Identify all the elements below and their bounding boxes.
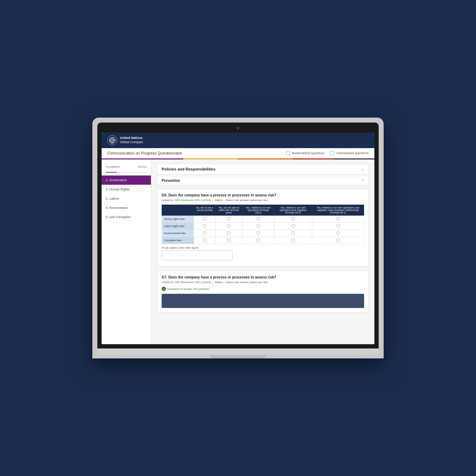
cell-er-3[interactable] bbox=[242, 230, 274, 237]
sidebar-item-human-rights[interactable]: 2. Human Rights bbox=[102, 185, 151, 194]
main-layout: Completed 30/110 1. Governance 2. Human … bbox=[102, 159, 374, 344]
sidebar-item-environment-label: 4. Environment bbox=[106, 206, 128, 210]
cell-hr-1[interactable] bbox=[194, 216, 216, 223]
radio-er-3[interactable] bbox=[256, 231, 260, 235]
sidebar-item-environment[interactable]: 4. Environment bbox=[102, 203, 151, 212]
screen-bezel: United Nations Global Compact Communicat… bbox=[97, 123, 379, 348]
radio-cr-1[interactable] bbox=[203, 238, 206, 242]
cell-hr-5[interactable] bbox=[312, 216, 364, 223]
radio-cr-3[interactable] bbox=[256, 238, 260, 242]
matrix-col-5: Yes, related to our own operations and s… bbox=[312, 205, 364, 216]
cell-cr-2[interactable] bbox=[216, 237, 242, 244]
cell-lr-1[interactable] bbox=[194, 223, 216, 230]
sidebar-item-anti-corruption-label: 5. Anti Corruption bbox=[106, 215, 131, 219]
cell-lr-3[interactable] bbox=[242, 223, 274, 230]
cell-lr-5[interactable] bbox=[312, 223, 364, 230]
question-g6-linked: Linked to: GRI Disclosure 205-1 (2016) /… bbox=[162, 199, 364, 202]
radio-cr-5[interactable] bbox=[336, 238, 340, 242]
sidebar-progress-bar bbox=[106, 172, 147, 173]
cell-hr-3[interactable] bbox=[242, 216, 274, 223]
cell-er-4[interactable] bbox=[274, 230, 312, 237]
cell-lr-2[interactable] bbox=[216, 223, 242, 230]
second-matrix-preview bbox=[162, 294, 364, 308]
question-g7-type: Matrix – Select one answer option per li… bbox=[215, 281, 268, 284]
laptop-outer: United Nations Global Compact Communicat… bbox=[92, 118, 384, 358]
guidance-icon: i bbox=[162, 287, 166, 291]
radio-hr-1[interactable] bbox=[203, 217, 206, 221]
app-header: United Nations Global Compact bbox=[102, 132, 374, 148]
subsection-header[interactable]: Prevention ⌃ bbox=[157, 177, 369, 185]
camera bbox=[237, 127, 239, 130]
question-g6-title: G6. Does the company have a process or p… bbox=[162, 193, 364, 197]
cell-lr-4[interactable] bbox=[274, 223, 312, 230]
sidebar-progress-fill bbox=[106, 172, 117, 173]
gri-link-g6[interactable]: GRI Disclosure 205-1 (2016) bbox=[175, 199, 211, 202]
matrix-col-4: Yes, related to our own operations and s… bbox=[274, 205, 312, 216]
matrix-col-1: No, this is not a current priority bbox=[194, 205, 216, 216]
matrix-col-3: Yes, related to our own operations (Prom… bbox=[242, 205, 274, 216]
cell-cr-5[interactable] bbox=[312, 237, 364, 244]
cell-hr-4[interactable] bbox=[274, 216, 312, 223]
radio-cr-4[interactable] bbox=[291, 238, 295, 242]
section-title: Policies and Responsibilities bbox=[162, 167, 216, 171]
radio-lr-3[interactable] bbox=[256, 224, 260, 228]
table-row: Corruption risks bbox=[162, 237, 364, 244]
cell-er-5[interactable] bbox=[312, 230, 364, 237]
sidebar-item-governance-label: 1. Governance bbox=[106, 178, 127, 182]
textarea-other-types[interactable] bbox=[162, 250, 233, 260]
radio-hr-4[interactable] bbox=[291, 217, 295, 221]
sidebar-item-anti-corruption[interactable]: 5. Anti Corruption bbox=[102, 212, 151, 222]
radio-er-5[interactable] bbox=[336, 231, 340, 235]
guidance-label: Guidance to answer this question bbox=[167, 287, 209, 291]
progress-count: 30/110 bbox=[138, 165, 147, 168]
radio-hr-5[interactable] bbox=[336, 217, 340, 221]
progress-label: Completed bbox=[106, 165, 120, 168]
bookmarked-toggle[interactable]: Bookmarked questions bbox=[286, 151, 325, 155]
row-label-corruption: Corruption risks bbox=[162, 237, 194, 244]
cell-cr-4[interactable] bbox=[274, 237, 312, 244]
radio-cr-2[interactable] bbox=[227, 238, 231, 242]
bookmark-checkbox[interactable] bbox=[286, 151, 290, 155]
org-name: United Nations bbox=[120, 136, 143, 140]
unanswered-checkbox[interactable] bbox=[330, 151, 334, 155]
sidebar-progress: Completed 30/110 bbox=[102, 164, 151, 172]
subsection-title: Prevention bbox=[162, 179, 180, 183]
section-header[interactable]: Policies and Responsibilities ⌄ bbox=[157, 164, 369, 174]
laptop-base bbox=[97, 348, 379, 355]
cell-hr-2[interactable] bbox=[216, 216, 242, 223]
matrix-table-g6: No, this is not a current priority Yes, … bbox=[162, 205, 364, 244]
unanswered-toggle[interactable]: Unanswered questions bbox=[330, 151, 369, 155]
question-g7-block: G7. Does the company have a process or p… bbox=[157, 271, 369, 313]
textarea-row: To be added: Add other types bbox=[162, 246, 364, 262]
table-row: Labour rights risks bbox=[162, 223, 364, 230]
laptop-stand bbox=[210, 355, 266, 358]
radio-lr-1[interactable] bbox=[203, 224, 206, 228]
row-label-human-rights: Human rights risks bbox=[162, 216, 194, 223]
sidebar-item-labour-label: 3. Labour bbox=[106, 197, 119, 200]
top-bar: Communication on Progress Questionnaire … bbox=[102, 148, 374, 158]
radio-lr-4[interactable] bbox=[291, 224, 295, 228]
sidebar-item-governance[interactable]: 1. Governance bbox=[102, 175, 151, 185]
cell-er-1[interactable] bbox=[194, 230, 216, 237]
radio-hr-3[interactable] bbox=[256, 217, 260, 221]
radio-lr-2[interactable] bbox=[227, 224, 231, 228]
radio-er-4[interactable] bbox=[291, 231, 295, 235]
logo-icon bbox=[107, 135, 117, 145]
row-label-labour: Labour rights risks bbox=[162, 223, 194, 230]
org-name-block: United Nations Global Compact bbox=[120, 136, 143, 144]
radio-er-1[interactable] bbox=[203, 231, 206, 235]
radio-er-2[interactable] bbox=[227, 231, 231, 235]
cell-er-2[interactable] bbox=[216, 230, 242, 237]
table-row: Human rights risks bbox=[162, 216, 364, 223]
gri-link-g7[interactable]: GRI Disclosure 205-1 (2016) bbox=[175, 281, 211, 284]
subsection-collapse-icon[interactable]: ⌃ bbox=[361, 179, 364, 183]
sidebar-item-labour[interactable]: 3. Labour bbox=[102, 194, 151, 203]
question-g6-block: G6. Does the company have a process or p… bbox=[157, 189, 369, 266]
section-collapse-icon[interactable]: ⌄ bbox=[361, 167, 364, 171]
cell-cr-3[interactable] bbox=[242, 237, 274, 244]
radio-hr-2[interactable] bbox=[227, 217, 231, 221]
laptop-screen: United Nations Global Compact Communicat… bbox=[102, 132, 374, 344]
radio-lr-5[interactable] bbox=[336, 224, 340, 228]
cell-cr-1[interactable] bbox=[194, 237, 216, 244]
guidance-link[interactable]: i Guidance to answer this question bbox=[162, 287, 364, 291]
